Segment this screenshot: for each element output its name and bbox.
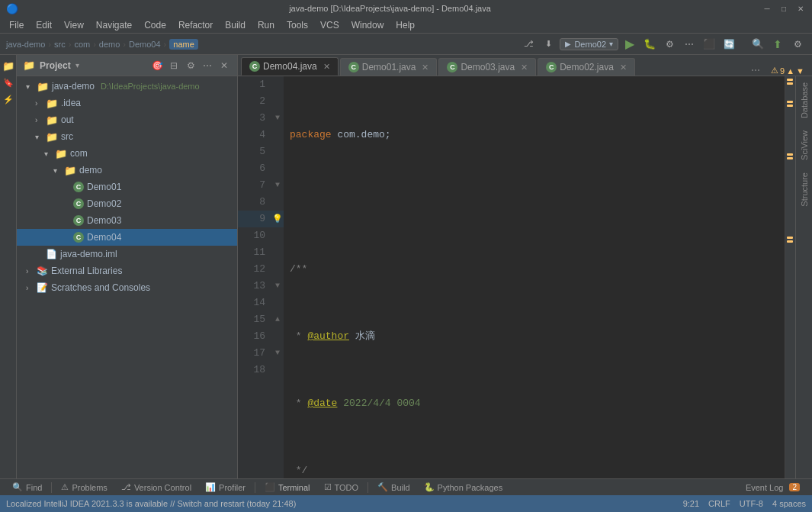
panel-gear-button[interactable]: ⋯ [201,59,214,72]
tree-demo02[interactable]: C Demo02 [17,195,237,212]
fold-7[interactable]: ▼ [271,177,284,194]
tab-demo02[interactable]: C Demo02.java ✕ [538,58,635,76]
folder-icon: 📁 [23,60,35,71]
nav-project[interactable]: java-demo [6,40,45,49]
gutter-line-9: 9 💡 [238,211,284,227]
tree-root[interactable]: ▾ 📁 java-demo D:\IdeaProjects\java-demo [17,78,237,95]
run-debug-button[interactable]: 🐛 [641,37,658,51]
warning-count[interactable]: ⚠ 9 ▲ ▼ [766,66,809,76]
build-button[interactable]: 🔨 Build [371,480,416,495]
menu-help[interactable]: Help [390,18,421,32]
tree-com[interactable]: ▾ 📁 com [17,145,237,162]
sep-3 [367,482,368,493]
structure-tab[interactable]: Structure [798,166,810,213]
fold-3[interactable]: ▼ [271,110,284,127]
status-indent[interactable]: 4 spaces [772,499,806,508]
menu-edit[interactable]: Edit [30,18,58,32]
structure-side-icon[interactable]: ⚡ [1,92,16,107]
gutter-line-10: 10 [238,227,284,244]
nav-file[interactable]: Demo04 [129,40,161,49]
maximize-button[interactable]: □ [778,3,789,14]
run-button[interactable]: ▶ [621,37,638,51]
menu-navigate[interactable]: Navigate [90,18,138,32]
nav-src[interactable]: src [54,40,66,49]
panel-dropdown[interactable]: ▾ [75,61,79,69]
collapse-all-button[interactable]: ⊟ [167,59,181,72]
profiler-button[interactable]: 📊 Profiler [199,480,252,495]
sciview-tab[interactable]: SciView [798,124,810,166]
nav-demo[interactable]: demo [99,40,120,49]
nav-bar: java-demo › src › com › demo › Demo04 › … [0,34,812,55]
tree-ext-libs[interactable]: › 📚 External Libraries [17,262,237,279]
tab-demo04[interactable]: C Demo04.java ✕ [241,57,339,76]
run-controls: ⎇ ⬇ ▶ Demo02 ▾ ▶ 🐛 ⚙ ⋯ ⬛ 🔄 🔍 ⬆ ⚙ [520,37,806,51]
python-packages-button[interactable]: 🐍 Python Packages [418,480,509,495]
tab-demo03[interactable]: C Demo03.java ✕ [438,58,536,76]
terminal-button[interactable]: ⬛ Terminal [258,480,316,495]
update-button[interactable]: ⬆ [769,37,786,51]
panel-settings-button[interactable]: ⚙ [184,59,197,72]
tree-iml[interactable]: 📄 java-demo.iml [17,246,237,262]
panel-hide-button[interactable]: ✕ [217,59,231,72]
menu-vcs[interactable]: VCS [314,18,345,32]
tree-src[interactable]: ▾ 📁 src [17,128,237,145]
run-more-button[interactable]: ⋯ [681,37,698,51]
locate-file-button[interactable]: 🎯 [150,59,164,72]
status-position[interactable]: 9:21 [683,499,699,508]
tab-demo03-close[interactable]: ✕ [521,63,528,72]
search-button[interactable]: 🔍 [749,37,766,51]
tree-out[interactable]: › 📁 out [17,111,237,128]
tree-demo04[interactable]: C Demo04 [17,229,237,246]
menu-code[interactable]: Code [138,18,172,32]
tab-demo01-close[interactable]: ✕ [422,63,428,72]
tree-idea[interactable]: › 📁 .idea [17,95,237,111]
fold-13[interactable]: ▼ [271,278,284,295]
more-options-button[interactable]: ⚙ [789,37,806,51]
todo-button[interactable]: ☑ TODO [318,480,365,495]
git-update-icon[interactable]: ⬇ [540,37,557,51]
tree-demo01[interactable]: C Demo01 [17,179,237,195]
warning-number: 9 [780,66,785,76]
project-icon[interactable]: 📁 [1,58,16,73]
close-button[interactable]: ✕ [795,3,806,14]
menu-view[interactable]: View [58,18,90,32]
menu-run[interactable]: Run [252,18,281,32]
nav-com[interactable]: com [74,40,90,49]
menu-build[interactable]: Build [219,18,252,32]
fold-17[interactable]: ▼ [271,345,284,362]
tree-demo[interactable]: ▾ 📁 demo [17,162,237,179]
tree-scratches[interactable]: › 📝 Scratches and Consoles [17,279,237,296]
left-sidebar-icons: 📁 🔖 ⚡ [0,55,17,478]
menu-window[interactable]: Window [345,18,390,32]
bookmarks-side-icon[interactable]: 🔖 [1,75,16,90]
tree-demo03[interactable]: C Demo03 [17,212,237,229]
editor-content: 1 2 3 ▼ 4 5 [238,76,812,478]
menu-refactor[interactable]: Refactor [172,18,219,32]
tab-demo01[interactable]: C Demo01.java ✕ [340,58,438,76]
scroll-warn-1 [787,79,793,81]
run-config-selector[interactable]: ▶ Demo02 ▾ [560,38,618,50]
problems-button[interactable]: ⚠ Problems [55,480,113,495]
status-line-ending[interactable]: CRLF [708,499,730,508]
fold-15[interactable]: ▲ [271,311,284,328]
git-icon[interactable]: ⎇ [520,37,537,51]
menu-tools[interactable]: Tools [281,18,314,32]
vertical-scrollbar[interactable] [785,76,795,478]
run-reload-button[interactable]: 🔄 [721,37,737,51]
tab-more-button[interactable]: ⋯ [745,65,766,76]
minimize-button[interactable]: ─ [762,3,772,14]
code-editor[interactable]: package com.demo; /** * @author 水滴 * @da… [284,76,785,478]
nav-field[interactable]: name [169,39,198,50]
database-tab[interactable]: Database [798,76,810,124]
event-count: 2 [789,483,800,491]
run-stop-button[interactable]: ⬛ [701,37,717,51]
tab-demo04-close[interactable]: ✕ [323,62,330,72]
version-control-button[interactable]: ⎇ Version Control [115,480,197,495]
gutter-line-6: 6 [238,160,284,177]
status-encoding[interactable]: UTF-8 [740,499,763,508]
event-log-button[interactable]: Event Log 2 [740,480,806,495]
tab-demo02-close[interactable]: ✕ [620,63,627,72]
run-coverage-button[interactable]: ⚙ [661,37,678,51]
find-button[interactable]: 🔍 Find [6,480,48,495]
menu-file[interactable]: File [3,18,30,32]
